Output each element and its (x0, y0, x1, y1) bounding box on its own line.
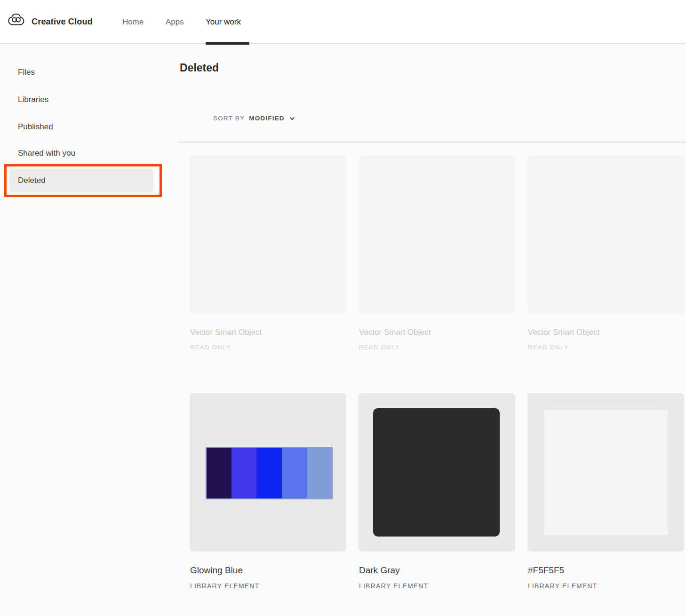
top-navigation-bar: Creative Cloud Home Apps Your work (0, 0, 686, 44)
sidebar-item-published[interactable]: Published (18, 120, 53, 134)
card-title: #F5F5F5 (528, 565, 684, 576)
creative-cloud-logo-icon[interactable] (8, 13, 25, 27)
thumbnail-vector-smart-object-2[interactable] (359, 156, 515, 314)
color-palette-strip (206, 447, 333, 499)
sidebar-item-files[interactable]: Files (18, 65, 35, 79)
card-status-badge: READ ONLY (359, 344, 515, 351)
palette-swatch-1 (207, 448, 231, 498)
sort-by-label: SORT BY (213, 115, 245, 122)
thumbnail-f5f5f5[interactable] (527, 393, 684, 552)
page-title: Deleted (180, 62, 219, 74)
card-dark-gray[interactable]: Dark Gray LIBRARY ELEMENT (359, 393, 515, 590)
content-divider (178, 142, 686, 142)
sidebar-item-deleted[interactable]: Deleted (18, 174, 46, 188)
card-title: Glowing Blue (190, 565, 346, 576)
card-vector-smart-object-1[interactable]: Vector Smart Object READ ONLY (190, 156, 346, 393)
card-status-badge: READ ONLY (528, 344, 684, 351)
thumbnail-dark-gray[interactable] (359, 393, 515, 552)
light-swatch (543, 409, 669, 536)
palette-swatch-4 (282, 448, 307, 498)
card-title: Dark Gray (359, 565, 515, 576)
card-vector-smart-object-2[interactable]: Vector Smart Object READ ONLY (359, 156, 515, 393)
card-type-badge: LIBRARY ELEMENT (359, 582, 515, 590)
sidebar-item-shared-with-you[interactable]: Shared with you (18, 146, 75, 160)
card-status-badge: READ ONLY (190, 344, 346, 351)
card-f5f5f5[interactable]: #F5F5F5 LIBRARY ELEMENT (527, 393, 684, 590)
dark-gray-swatch (373, 408, 500, 537)
deleted-items-grid: Vector Smart Object READ ONLY Vector Sma… (190, 156, 684, 590)
sort-by-value: MODIFIED (249, 115, 285, 122)
thumbnail-glowing-blue[interactable] (190, 393, 346, 552)
card-type-badge: LIBRARY ELEMENT (190, 582, 346, 590)
card-glowing-blue[interactable]: Glowing Blue LIBRARY ELEMENT (190, 393, 346, 590)
thumbnail-vector-smart-object-1[interactable] (190, 156, 346, 314)
sort-by-dropdown[interactable]: SORT BY MODIFIED (213, 113, 295, 123)
active-tab-underline (206, 42, 249, 45)
chevron-down-icon (289, 115, 295, 122)
card-title: Vector Smart Object (528, 328, 684, 337)
thumbnail-vector-smart-object-3[interactable] (527, 156, 684, 314)
nav-tab-home[interactable]: Home (122, 0, 144, 44)
palette-swatch-2 (231, 448, 256, 498)
sidebar-item-libraries[interactable]: Libraries (18, 93, 48, 107)
brand-title: Creative Cloud (32, 0, 93, 44)
palette-swatch-5 (307, 448, 332, 498)
card-title: Vector Smart Object (359, 328, 515, 337)
nav-tab-apps[interactable]: Apps (166, 0, 184, 44)
card-title: Vector Smart Object (190, 328, 346, 337)
palette-swatch-3 (256, 448, 281, 498)
nav-tab-your-work[interactable]: Your work (206, 0, 241, 44)
card-type-badge: LIBRARY ELEMENT (528, 582, 684, 590)
card-vector-smart-object-3[interactable]: Vector Smart Object READ ONLY (527, 156, 684, 393)
